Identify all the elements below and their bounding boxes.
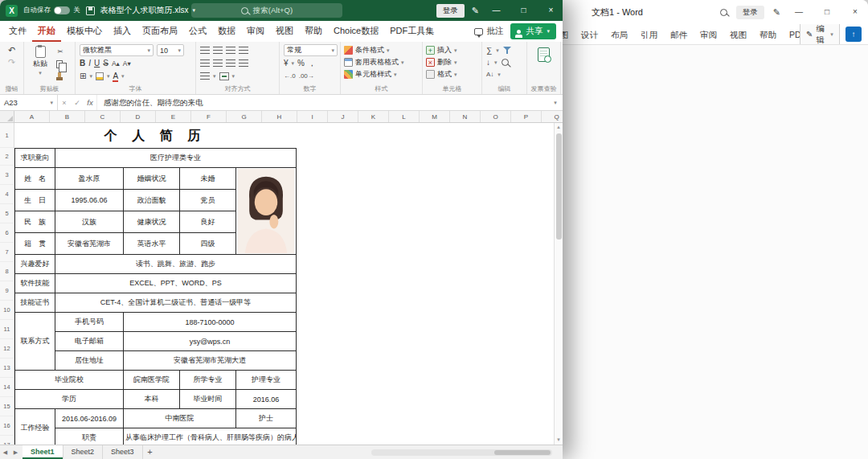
- resume-value[interactable]: 中南医院: [124, 409, 236, 428]
- fill-color-button[interactable]: [96, 72, 104, 80]
- column-header[interactable]: I: [297, 111, 328, 122]
- increase-font-button[interactable]: A▴: [112, 59, 120, 68]
- resume-value[interactable]: 2016.06: [236, 390, 297, 409]
- find-select-button[interactable]: [502, 59, 509, 66]
- resume-value[interactable]: 安徽省芜湖市芜湖大道: [124, 351, 297, 371]
- percent-button[interactable]: %: [297, 59, 305, 68]
- row-header[interactable]: 17: [0, 436, 14, 445]
- formula-bar-expand-button[interactable]: ▾: [548, 100, 563, 106]
- resume-label[interactable]: 联系方式: [15, 313, 55, 371]
- excel-app-icon[interactable]: X: [6, 5, 18, 17]
- sheet-tab[interactable]: Sheet3: [103, 445, 143, 459]
- vertical-scrollbar[interactable]: ▲ ▼: [554, 123, 563, 445]
- cancel-entry-button[interactable]: ×: [58, 99, 71, 107]
- merge-center-button[interactable]: [219, 72, 229, 80]
- column-header[interactable]: F: [191, 111, 227, 122]
- resume-value[interactable]: 188-7100-0000: [124, 313, 297, 332]
- comments-button[interactable]: 批注: [474, 26, 503, 37]
- column-header[interactable]: B: [50, 111, 85, 122]
- excel-ribbon-tab[interactable]: 插入: [108, 21, 137, 42]
- row-header[interactable]: 4: [0, 185, 14, 204]
- row-header[interactable]: 6: [0, 223, 14, 243]
- row-header[interactable]: 1: [0, 123, 14, 148]
- column-header[interactable]: L: [389, 111, 420, 122]
- confirm-entry-button[interactable]: ✓: [71, 99, 84, 107]
- excel-ribbon-tab[interactable]: Choice数据: [328, 21, 384, 42]
- font-color-button[interactable]: A: [113, 72, 118, 80]
- resume-label[interactable]: 生 日: [15, 190, 55, 211]
- underline-button[interactable]: U: [94, 59, 100, 68]
- resume-title[interactable]: 个 人 简 历: [14, 123, 296, 148]
- word-ribbon-tab[interactable]: 布局: [604, 24, 634, 45]
- align-bottom-button[interactable]: [226, 47, 235, 55]
- resume-label[interactable]: 姓 名: [15, 168, 55, 190]
- column-header[interactable]: D: [121, 111, 156, 122]
- select-all-corner[interactable]: [0, 111, 14, 122]
- align-top-button[interactable]: [200, 47, 210, 55]
- excel-ribbon-tab[interactable]: 视图: [270, 21, 299, 42]
- editing-mode-button[interactable]: ✎ 编辑 ▾: [800, 24, 840, 45]
- align-left-button[interactable]: [200, 59, 210, 68]
- format-as-table-button[interactable]: 套用表格格式 ▾: [343, 56, 420, 68]
- save-icon[interactable]: [86, 6, 95, 15]
- wrap-text-button[interactable]: [200, 72, 210, 80]
- excel-ribbon-tab[interactable]: 页面布局: [137, 21, 183, 42]
- sheet-tab[interactable]: Sheet2: [63, 445, 104, 459]
- word-login-button[interactable]: 登录: [736, 6, 764, 19]
- row-header[interactable]: 10: [0, 301, 14, 320]
- excel-ribbon-tab[interactable]: 数据: [212, 21, 241, 42]
- copy-button[interactable]: [56, 60, 63, 68]
- resume-label[interactable]: 所学专业: [180, 371, 236, 390]
- resume-value[interactable]: 良好: [180, 211, 236, 233]
- excel-maximize-button[interactable]: □: [514, 0, 534, 21]
- row-header[interactable]: 15: [0, 397, 14, 416]
- word-minimize-button[interactable]: —: [789, 0, 809, 24]
- pen-icon[interactable]: ✎: [773, 7, 780, 18]
- row-header[interactable]: 14: [0, 378, 14, 397]
- resume-label[interactable]: 健康状况: [124, 211, 180, 233]
- excel-minimize-button[interactable]: —: [486, 0, 506, 21]
- share-button[interactable]: ↑: [845, 27, 862, 42]
- comma-button[interactable]: ，: [308, 58, 316, 69]
- resume-value[interactable]: 从事临床护理工作（骨科病人、肝胆肠等疾病）的病人的护理及手术期护理、肝脏移植及肿…: [124, 428, 297, 445]
- excel-ribbon-tab[interactable]: 开始: [32, 21, 61, 42]
- redo-button[interactable]: ↷: [6, 56, 18, 68]
- resume-value[interactable]: 本科: [124, 390, 180, 409]
- fill-button[interactable]: ↓: [486, 58, 490, 67]
- number-format-select[interactable]: 常规 ▾: [284, 44, 338, 56]
- share-button[interactable]: 共享 ▾: [510, 23, 556, 39]
- resume-value[interactable]: 安徽省芜湖市: [55, 233, 124, 255]
- increase-decimal-button[interactable]: ←.0: [284, 72, 296, 80]
- resume-label[interactable]: 工作经验: [15, 409, 55, 445]
- scroll-down-icon[interactable]: ▼: [556, 436, 561, 445]
- resume-label[interactable]: 政治面貌: [124, 190, 180, 211]
- sort-az-button[interactable]: A↓: [486, 71, 493, 78]
- resume-value[interactable]: 1995.06.06: [55, 190, 124, 211]
- excel-login-button[interactable]: 登录: [436, 4, 465, 18]
- align-middle-button[interactable]: [213, 47, 223, 55]
- word-ribbon-tab[interactable]: 帮助: [753, 24, 783, 45]
- row-header[interactable]: 16: [0, 416, 14, 436]
- sheet-canvas[interactable]: 个 人 简 历 求职意向 医疗护理类专业 姓 名: [14, 123, 554, 445]
- column-header[interactable]: E: [156, 111, 191, 122]
- insert-function-button[interactable]: fx: [84, 98, 96, 107]
- row-header[interactable]: 2: [0, 148, 14, 166]
- borders-button[interactable]: ⊞: [80, 72, 86, 80]
- row-header[interactable]: 5: [0, 204, 14, 223]
- column-header[interactable]: G: [227, 111, 262, 122]
- resume-label[interactable]: 英语水平: [124, 233, 180, 255]
- autosum-button[interactable]: ∑: [486, 46, 492, 55]
- resume-label[interactable]: 毕业院校: [15, 371, 124, 390]
- resume-value[interactable]: 未婚: [180, 168, 236, 190]
- resume-label[interactable]: 居住地址: [55, 351, 124, 371]
- column-header[interactable]: O: [481, 111, 511, 122]
- resume-label[interactable]: 民 族: [15, 211, 55, 233]
- resume-label[interactable]: 毕业时间: [180, 390, 236, 409]
- word-maximize-button[interactable]: □: [817, 0, 837, 24]
- row-header[interactable]: 12: [0, 339, 14, 359]
- photo-cell[interactable]: [236, 168, 297, 255]
- excel-ribbon-tab[interactable]: 公式: [183, 21, 212, 42]
- resume-value[interactable]: 党员: [180, 190, 236, 211]
- resume-value[interactable]: 医疗护理类专业: [55, 149, 297, 168]
- resume-value[interactable]: 护士: [236, 409, 297, 428]
